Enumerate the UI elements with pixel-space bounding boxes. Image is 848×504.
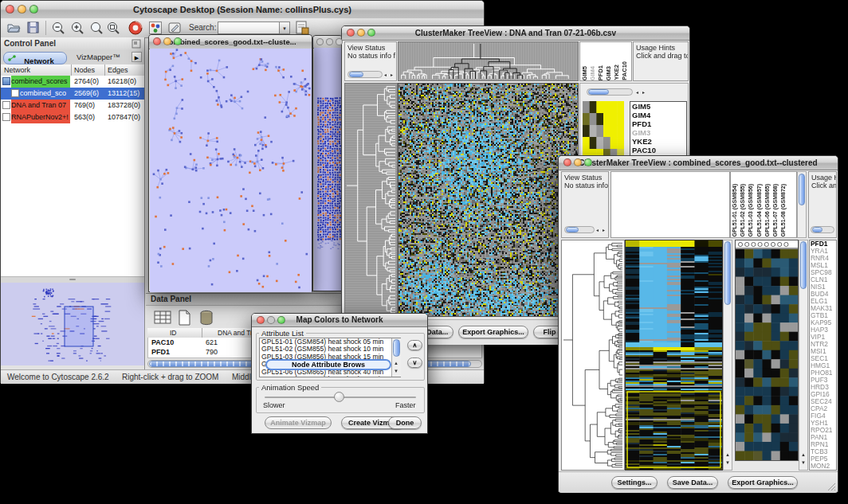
gene-label[interactable]: FIG4 xyxy=(810,412,836,420)
scroll-thumb[interactable] xyxy=(588,89,609,95)
attribute-list-item[interactable]: GPL51-02 (GSM855) heat shock 10 min xyxy=(260,346,400,353)
gene-label[interactable]: PEP5 xyxy=(810,455,836,463)
gene-label[interactable]: GIM5 xyxy=(630,102,686,111)
column-label[interactable]: PAC10 xyxy=(622,61,630,80)
speed-slider-thumb[interactable] xyxy=(334,392,344,402)
tv1-matrix-scrollbar[interactable] xyxy=(587,88,633,96)
minimize-button[interactable] xyxy=(357,29,365,37)
treeview2-title-bar[interactable]: ClusterMaker TreeView : combined_scores_… xyxy=(559,156,838,170)
gene-label[interactable]: SPC98 xyxy=(810,269,836,276)
dense-network-canvas[interactable] xyxy=(314,48,342,291)
scroll-left-arrow[interactable]: ◂ xyxy=(636,90,638,96)
scroll-left-arrow[interactable]: ◂ xyxy=(596,228,599,233)
zoom-button[interactable] xyxy=(174,37,182,45)
scroll-thumb[interactable] xyxy=(724,241,731,305)
node-attribute-browser-tab[interactable]: Node Attribute Brows xyxy=(265,359,391,370)
column-label[interactable]: GPL51-08 (GSM872) xyxy=(780,184,788,237)
scroll-up-arrow[interactable]: ▲ xyxy=(394,361,398,366)
gene-label[interactable]: PAN1 xyxy=(810,434,836,441)
gene-label[interactable]: GIM3 xyxy=(630,128,686,137)
done-button[interactable]: Done xyxy=(388,416,422,429)
zoom-fit-icon[interactable] xyxy=(90,21,104,34)
zoom-button[interactable] xyxy=(336,38,343,45)
minimize-button[interactable] xyxy=(267,316,275,324)
col-edges[interactable]: Edges xyxy=(108,66,128,74)
search-dropdown-button[interactable]: ▼ xyxy=(279,21,290,34)
scroll-down-arrow[interactable]: ▼ xyxy=(725,460,730,466)
scroll-right-arrow[interactable]: ▸ xyxy=(642,90,645,96)
zoom-in-icon[interactable] xyxy=(71,21,84,34)
tv2-row-dendrogram[interactable] xyxy=(561,240,625,471)
scroll-down-arrow[interactable]: ▼ xyxy=(394,369,398,374)
zoom-button[interactable] xyxy=(367,29,375,37)
gene-label[interactable]: PAC10 xyxy=(630,146,686,154)
gene-label[interactable]: NTR2 xyxy=(810,341,836,348)
gene-label[interactable]: PHO81 xyxy=(810,369,836,377)
column-label[interactable]: GPL51-01 (GSM854) xyxy=(732,184,740,237)
network-list-row[interactable]: combined_sco2569(6)13112(15) xyxy=(1,88,144,100)
scroll-right-arrow[interactable]: ▸ xyxy=(391,72,393,78)
scroll-thumb[interactable] xyxy=(349,72,363,77)
gene-label[interactable]: GTB1 xyxy=(810,312,836,319)
attribute-grid-icon[interactable] xyxy=(154,310,171,326)
gene-label[interactable]: HAP3 xyxy=(810,326,836,334)
zoom-button[interactable] xyxy=(584,158,592,166)
gene-label[interactable]: PFD1 xyxy=(810,240,836,248)
close-button[interactable] xyxy=(316,38,324,45)
gene-label[interactable]: KAP95 xyxy=(810,319,836,326)
move-down-button[interactable]: ∨ xyxy=(407,357,422,368)
zoom-selected-icon[interactable] xyxy=(107,21,120,34)
new-doc-icon[interactable] xyxy=(178,310,192,326)
gene-label[interactable]: MSL1 xyxy=(810,262,836,269)
scroll-thumb[interactable] xyxy=(393,339,400,357)
tv1-status-scrollbar[interactable] xyxy=(347,71,383,78)
gene-label[interactable]: TCB3 xyxy=(810,448,836,455)
report-icon[interactable] xyxy=(296,21,309,35)
data-col-id[interactable]: ID xyxy=(170,329,177,337)
scroll-thumb[interactable] xyxy=(566,227,579,232)
gene-label[interactable]: HMG1 xyxy=(810,362,836,369)
gene-label[interactable]: RPN1 xyxy=(810,441,836,448)
minimize-button[interactable] xyxy=(574,158,582,166)
tv2-zoom-heatmap-canvas[interactable] xyxy=(735,240,799,461)
annotation-icon[interactable] xyxy=(168,21,182,34)
gene-label[interactable]: NIS1 xyxy=(810,283,836,291)
tv2-genelist-vscrollbar[interactable]: ▲ ▼ xyxy=(799,240,808,471)
save-data-button[interactable]: Save Data... xyxy=(667,476,718,489)
gene-label[interactable]: RPO21 xyxy=(810,427,836,434)
resize-grip[interactable] xyxy=(826,482,836,491)
settings-button[interactable]: Settings... xyxy=(611,476,658,489)
gene-label[interactable]: YSH1 xyxy=(810,420,836,427)
open-file-icon[interactable] xyxy=(7,21,21,33)
vizmapper-icon[interactable] xyxy=(149,21,162,34)
scroll-up-arrow[interactable]: ▲ xyxy=(725,452,730,458)
scroll-up-arrow[interactable]: ▲ xyxy=(801,452,806,458)
gene-label[interactable]: MON2 xyxy=(810,463,836,470)
network-list-row[interactable]: DNA and Tran 07769(0)183728(0) xyxy=(1,100,144,111)
main-title-bar[interactable]: Cytoscape Desktop (Session Name: collins… xyxy=(1,1,484,19)
tv2-usage-scrollbar[interactable] xyxy=(811,226,834,233)
scroll-thumb[interactable] xyxy=(812,227,822,232)
animate-vizmap-button[interactable]: Animate Vizmap xyxy=(265,416,332,429)
tv2-heatmap-vscrollbar[interactable]: ▲ ▼ xyxy=(723,240,732,471)
gene-label[interactable]: HRD3 xyxy=(810,384,836,391)
tv2-status-scrollbar[interactable] xyxy=(564,226,595,233)
column-label[interactable]: GPL51-07 (GSM868) xyxy=(772,184,780,237)
attribute-list-vscrollbar[interactable]: ▲ ▼ xyxy=(391,338,401,377)
close-button[interactable] xyxy=(563,158,571,166)
gene-label[interactable]: BUD4 xyxy=(810,291,836,298)
gene-label[interactable]: CLN1 xyxy=(810,276,836,283)
zoom-button[interactable] xyxy=(29,5,38,14)
attribute-listbox[interactable]: GPL51-01 (GSM854) heat shock 05 minGPL51… xyxy=(259,338,401,377)
tab-overflow-button[interactable]: ▶ xyxy=(132,52,142,62)
tv2-labels-vscrollbar[interactable] xyxy=(797,171,807,238)
close-button[interactable] xyxy=(257,316,265,324)
tab-vizmapper[interactable]: VizMapper™ xyxy=(77,53,120,61)
float-panel-icon[interactable] xyxy=(132,39,141,49)
gene-label[interactable]: CPA2 xyxy=(810,405,836,412)
delete-attribute-icon[interactable] xyxy=(198,310,214,326)
tab-network[interactable]: Network xyxy=(3,52,67,64)
tv2-column-dendrogram-area[interactable] xyxy=(610,171,730,238)
gene-label[interactable]: PUF3 xyxy=(810,377,836,384)
scroll-right-arrow[interactable]: ▸ xyxy=(603,228,605,233)
